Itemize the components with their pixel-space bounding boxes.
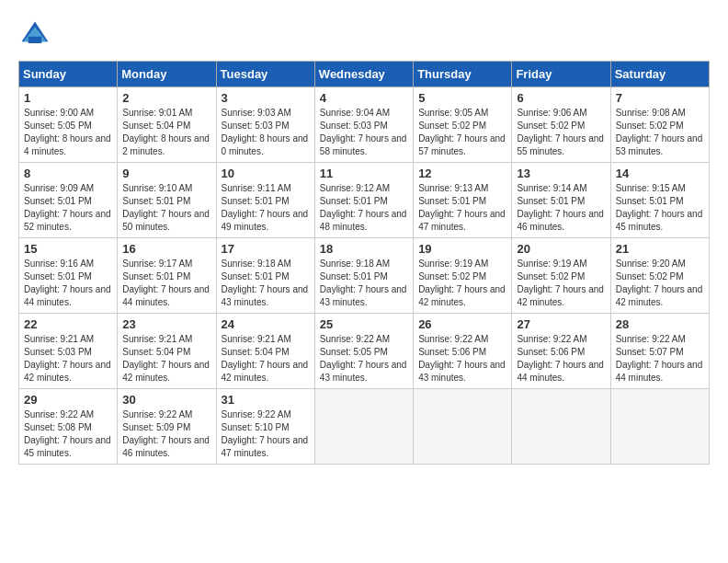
day-cell: 30 Sunrise: 9:22 AMSunset: 5:09 PMDaylig…: [118, 389, 216, 465]
day-cell: 18 Sunrise: 9:18 AMSunset: 5:01 PMDaylig…: [314, 238, 413, 314]
day-info: Sunrise: 9:22 AMSunset: 5:08 PMDaylight:…: [24, 408, 112, 460]
week-row-4: 22 Sunrise: 9:21 AMSunset: 5:03 PMDaylig…: [19, 314, 710, 389]
day-info: Sunrise: 9:21 AMSunset: 5:04 PMDaylight:…: [122, 333, 210, 385]
page-header: [18, 18, 710, 52]
col-header-thursday: Thursday: [414, 62, 512, 87]
day-info: Sunrise: 9:22 AMSunset: 5:09 PMDaylight:…: [122, 408, 210, 460]
day-info: Sunrise: 9:22 AMSunset: 5:05 PMDaylight:…: [320, 333, 408, 385]
day-number: 22: [24, 317, 112, 331]
day-number: 14: [616, 167, 704, 180]
day-cell: 6 Sunrise: 9:06 AMSunset: 5:02 PMDayligh…: [512, 87, 610, 163]
day-number: 18: [320, 242, 408, 256]
day-number: 17: [222, 242, 310, 256]
col-header-saturday: Saturday: [610, 62, 709, 87]
day-info: Sunrise: 9:13 AMSunset: 5:01 PMDaylight:…: [418, 182, 506, 234]
header-row: SundayMondayTuesdayWednesdayThursdayFrid…: [19, 62, 710, 87]
day-cell: 3 Sunrise: 9:03 AMSunset: 5:03 PMDayligh…: [216, 87, 314, 163]
day-cell: [314, 389, 413, 465]
day-number: 30: [122, 393, 210, 407]
day-info: Sunrise: 9:08 AMSunset: 5:02 PMDaylight:…: [616, 107, 704, 158]
col-header-monday: Monday: [118, 62, 216, 87]
week-row-5: 29 Sunrise: 9:22 AMSunset: 5:08 PMDaylig…: [19, 389, 710, 465]
day-info: Sunrise: 9:00 AMSunset: 5:05 PMDaylight:…: [24, 107, 112, 158]
day-info: Sunrise: 9:21 AMSunset: 5:03 PMDaylight:…: [24, 333, 112, 385]
day-number: 4: [320, 91, 408, 105]
day-cell: 10 Sunrise: 9:11 AMSunset: 5:01 PMDaylig…: [216, 163, 314, 238]
day-number: 12: [418, 167, 506, 180]
col-header-tuesday: Tuesday: [216, 62, 314, 87]
calendar-table: SundayMondayTuesdayWednesdayThursdayFrid…: [18, 61, 710, 465]
day-cell: 31 Sunrise: 9:22 AMSunset: 5:10 PMDaylig…: [216, 389, 314, 465]
logo-icon: [18, 18, 51, 52]
day-number: 28: [616, 317, 704, 331]
day-number: 26: [418, 317, 506, 331]
day-info: Sunrise: 9:17 AMSunset: 5:01 PMDaylight:…: [122, 258, 210, 309]
day-cell: 16 Sunrise: 9:17 AMSunset: 5:01 PMDaylig…: [118, 238, 216, 314]
day-info: Sunrise: 9:06 AMSunset: 5:02 PMDaylight:…: [517, 107, 605, 158]
day-info: Sunrise: 9:21 AMSunset: 5:04 PMDaylight:…: [222, 333, 310, 385]
day-cell: 28 Sunrise: 9:22 AMSunset: 5:07 PMDaylig…: [610, 314, 709, 389]
day-cell: [512, 389, 610, 465]
day-info: Sunrise: 9:12 AMSunset: 5:01 PMDaylight:…: [320, 182, 408, 234]
day-number: 31: [222, 393, 310, 407]
day-number: 13: [517, 167, 605, 180]
day-info: Sunrise: 9:03 AMSunset: 5:03 PMDaylight:…: [222, 107, 310, 158]
day-number: 7: [616, 91, 704, 105]
day-cell: 13 Sunrise: 9:14 AMSunset: 5:01 PMDaylig…: [512, 163, 610, 238]
day-cell: 17 Sunrise: 9:18 AMSunset: 5:01 PMDaylig…: [216, 238, 314, 314]
day-cell: 12 Sunrise: 9:13 AMSunset: 5:01 PMDaylig…: [414, 163, 512, 238]
day-number: 23: [122, 317, 210, 331]
week-row-1: 1 Sunrise: 9:00 AMSunset: 5:05 PMDayligh…: [19, 87, 710, 163]
day-cell: 21 Sunrise: 9:20 AMSunset: 5:02 PMDaylig…: [610, 238, 709, 314]
day-cell: 20 Sunrise: 9:19 AMSunset: 5:02 PMDaylig…: [512, 238, 610, 314]
day-info: Sunrise: 9:16 AMSunset: 5:01 PMDaylight:…: [24, 258, 112, 309]
day-cell: 19 Sunrise: 9:19 AMSunset: 5:02 PMDaylig…: [414, 238, 512, 314]
day-number: 2: [122, 91, 210, 105]
day-cell: 15 Sunrise: 9:16 AMSunset: 5:01 PMDaylig…: [19, 238, 118, 314]
day-cell: 2 Sunrise: 9:01 AMSunset: 5:04 PMDayligh…: [118, 87, 216, 163]
col-header-friday: Friday: [512, 62, 610, 87]
day-number: 15: [24, 242, 112, 256]
day-cell: 4 Sunrise: 9:04 AMSunset: 5:03 PMDayligh…: [314, 87, 413, 163]
day-cell: 27 Sunrise: 9:22 AMSunset: 5:06 PMDaylig…: [512, 314, 610, 389]
day-info: Sunrise: 9:18 AMSunset: 5:01 PMDaylight:…: [320, 258, 408, 309]
day-number: 19: [418, 242, 506, 256]
day-cell: [610, 389, 709, 465]
day-cell: [414, 389, 512, 465]
day-number: 29: [24, 393, 112, 407]
logo: [18, 18, 57, 52]
day-info: Sunrise: 9:20 AMSunset: 5:02 PMDaylight:…: [616, 258, 704, 309]
day-cell: 1 Sunrise: 9:00 AMSunset: 5:05 PMDayligh…: [19, 87, 118, 163]
day-info: Sunrise: 9:04 AMSunset: 5:03 PMDaylight:…: [320, 107, 408, 158]
day-number: 25: [320, 317, 408, 331]
day-info: Sunrise: 9:01 AMSunset: 5:04 PMDaylight:…: [122, 107, 210, 158]
day-info: Sunrise: 9:19 AMSunset: 5:02 PMDaylight:…: [517, 258, 605, 309]
day-info: Sunrise: 9:10 AMSunset: 5:01 PMDaylight:…: [122, 182, 210, 234]
day-cell: 22 Sunrise: 9:21 AMSunset: 5:03 PMDaylig…: [19, 314, 118, 389]
day-number: 16: [122, 242, 210, 256]
day-number: 1: [24, 91, 112, 105]
day-cell: 9 Sunrise: 9:10 AMSunset: 5:01 PMDayligh…: [118, 163, 216, 238]
day-number: 24: [222, 317, 310, 331]
day-cell: 25 Sunrise: 9:22 AMSunset: 5:05 PMDaylig…: [314, 314, 413, 389]
svg-rect-2: [28, 37, 41, 43]
day-number: 11: [320, 167, 408, 180]
week-row-2: 8 Sunrise: 9:09 AMSunset: 5:01 PMDayligh…: [19, 163, 710, 238]
day-cell: 11 Sunrise: 9:12 AMSunset: 5:01 PMDaylig…: [314, 163, 413, 238]
day-cell: 24 Sunrise: 9:21 AMSunset: 5:04 PMDaylig…: [216, 314, 314, 389]
day-info: Sunrise: 9:19 AMSunset: 5:02 PMDaylight:…: [418, 258, 506, 309]
day-info: Sunrise: 9:09 AMSunset: 5:01 PMDaylight:…: [24, 182, 112, 234]
day-number: 8: [24, 167, 112, 180]
day-number: 9: [122, 167, 210, 180]
day-info: Sunrise: 9:18 AMSunset: 5:01 PMDaylight:…: [222, 258, 310, 309]
day-number: 10: [222, 167, 310, 180]
day-info: Sunrise: 9:14 AMSunset: 5:01 PMDaylight:…: [517, 182, 605, 234]
day-info: Sunrise: 9:15 AMSunset: 5:01 PMDaylight:…: [616, 182, 704, 234]
day-number: 3: [222, 91, 310, 105]
col-header-wednesday: Wednesday: [314, 62, 413, 87]
day-cell: 8 Sunrise: 9:09 AMSunset: 5:01 PMDayligh…: [19, 163, 118, 238]
day-number: 21: [616, 242, 704, 256]
day-cell: 7 Sunrise: 9:08 AMSunset: 5:02 PMDayligh…: [610, 87, 709, 163]
day-cell: 5 Sunrise: 9:05 AMSunset: 5:02 PMDayligh…: [414, 87, 512, 163]
day-info: Sunrise: 9:11 AMSunset: 5:01 PMDaylight:…: [222, 182, 310, 234]
